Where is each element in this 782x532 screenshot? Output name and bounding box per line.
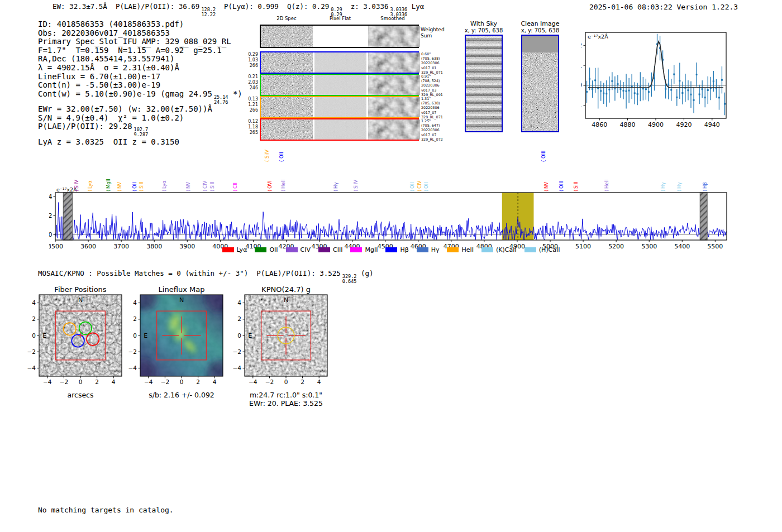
clean-image-coords: x, y: 705, 638	[507, 27, 574, 33]
clean-image-image	[521, 35, 559, 132]
2d-col-header-0: 2D Spec	[261, 16, 312, 21]
svg-text:−2: −2	[233, 348, 241, 355]
smoothed-image	[368, 26, 420, 47]
svg-text:4: 4	[213, 378, 217, 385]
emission-line-label-CIV: ( CIV	[202, 181, 208, 191]
legend-label: (K)CaII	[496, 246, 517, 253]
svg-text:0: 0	[237, 332, 241, 339]
line-fit-plot: −101248604880490049204940e⁻¹⁷x2Å	[581, 27, 748, 132]
emission-line-label-Lyα: ( Lyα	[87, 180, 93, 191]
fiber-positions-caption: arcsecs	[68, 391, 94, 399]
kpno-g-caption-2: EWr: 20. PLAE: 3.525	[249, 399, 323, 408]
svg-text:0: 0	[180, 378, 184, 385]
legend-label: Lyα	[237, 246, 247, 253]
svg-text:2: 2	[301, 378, 304, 385]
svg-text:1: 1	[581, 62, 582, 69]
pixel-flat-image	[314, 52, 366, 73]
emission-line-label-OII: ( OII	[423, 182, 430, 191]
sky-noise-overlay	[466, 36, 502, 131]
footer-note: No matching targets in catalog. Row inte…	[38, 488, 174, 532]
emission-line-label-OIII: ( OIII	[559, 181, 565, 191]
lineflux-map-caption: s/b: 2.16 +/- 0.092	[149, 391, 214, 399]
legend-swatch	[255, 247, 266, 252]
emission-line-label-SiII: ( SiII	[209, 181, 216, 191]
legend-swatch	[222, 247, 234, 252]
info-line-13: LyA z = 3.0325 OII z = 0.3150	[38, 138, 242, 147]
info-line-5: RA,Dec (180.455414,53.557941)	[38, 55, 242, 64]
emission-line-label-OII: ( OII	[409, 182, 416, 191]
svg-text:2: 2	[49, 212, 53, 219]
emission-line-label-OII: { OII	[279, 152, 285, 162]
pixel-flat-image	[314, 75, 366, 95]
svg-text:4: 4	[317, 378, 321, 385]
legend-item-(H)CaII: (H)CaII	[524, 246, 560, 253]
svg-text:e⁻¹⁷x2Å: e⁻¹⁷x2Å	[588, 33, 608, 40]
row-fiber-meta-4: 1.25"(705, 647)20220306v017_07329_RL_072	[421, 119, 443, 142]
row-weight-stats-4: 0.121.18265	[244, 119, 258, 136]
legend-item-(K)CaII: (K)CaII	[481, 246, 517, 253]
svg-text:4940: 4940	[704, 121, 720, 128]
stacked-fraction: 329.20.645	[342, 274, 357, 284]
emission-line-label-Hγ: ( Hγ	[333, 183, 339, 191]
2d-spec-image	[261, 97, 313, 117]
svg-text:−4: −4	[27, 365, 36, 371]
svg-text:−4: −4	[43, 378, 52, 385]
svg-text:E: E	[248, 332, 252, 339]
info-line-9: Cont(w) = 5.10(±0.90)e-19 (gmag 24.9525.…	[38, 90, 242, 105]
report-meta: 2025-01-06 08:03:22 Version 1.22.3	[589, 3, 738, 11]
clean-image-title: Clean Image	[507, 20, 574, 27]
legend-swatch	[318, 247, 330, 252]
timestamp: 2025-01-06 08:03:22	[589, 3, 673, 11]
pixel-flat-image	[314, 26, 366, 47]
svg-text:−2: −2	[27, 348, 36, 355]
footer-line-1: No matching targets in catalog.	[38, 506, 174, 515]
row-weight-stats-3: 0.131.21266	[244, 97, 258, 113]
detection-info-block: ID: 4018586353 (4018586353.pdf)Obs: 2022…	[38, 20, 242, 146]
emission-line-label-Hγ: ( Hγ	[660, 183, 666, 191]
row-fiber-meta-1: 0.60"(705, 638)20220306v017_01329_RL_071	[421, 52, 443, 75]
svg-text:−2: −2	[161, 378, 169, 385]
kpno-g-caption: m:24.7 rc:1.0" s:0.1"	[250, 391, 322, 399]
info-line-4: F=1.7" T=0.159 N=1.1̅5̅ A=0.9̅2̅ g=25.1̅	[38, 46, 242, 55]
svg-text:4920: 4920	[676, 121, 692, 128]
legend-item-CIII: CIII	[318, 246, 342, 253]
spectrum-legend: LyαOIICIVCIIIMgIIHβHγHeII(K)CaII(H)CaII	[0, 246, 782, 253]
emission-line-label-OVI: ( OVI	[267, 180, 273, 191]
svg-text:0: 0	[32, 332, 36, 339]
legend-swatch	[447, 247, 459, 252]
emission-line-label-CII: ( CII	[232, 183, 239, 191]
2d-spec-row-1	[260, 51, 419, 74]
svg-text:−4: −4	[249, 378, 258, 385]
legend-label: CIII	[333, 246, 342, 253]
legend-swatch	[481, 247, 493, 252]
pixel-flat-image	[314, 119, 366, 140]
emission-line-label-CIV: ( CIV	[417, 181, 423, 191]
2d-spec-row-2	[260, 74, 419, 96]
svg-text:0: 0	[133, 332, 137, 339]
svg-text:4: 4	[237, 299, 241, 306]
legend-swatch	[385, 247, 397, 252]
svg-text:E: E	[144, 332, 147, 339]
svg-text:2: 2	[95, 378, 99, 385]
svg-text:N: N	[78, 296, 83, 304]
legend-swatch	[286, 247, 298, 252]
svg-text:0: 0	[581, 82, 582, 89]
kpno-g-title: KPNO(24.7) g	[261, 285, 311, 294]
emission-line-label-HeII: ( HeII	[604, 179, 610, 191]
emission-line-label-NV: ( NV	[543, 182, 550, 191]
svg-text:−1: −1	[581, 102, 582, 109]
svg-text:0: 0	[49, 231, 53, 238]
svg-text:4: 4	[49, 193, 53, 200]
row-weight-stats-1: 0.291.03266	[244, 52, 258, 69]
fiber-positions-plot: NE−4−4−2−2002244	[26, 294, 132, 390]
emission-line-label-NV: ( NV	[185, 182, 192, 191]
svg-text:0: 0	[284, 378, 288, 385]
emission-line-label-Hβ: ( Hβ	[702, 182, 708, 191]
stacked-fraction: 25.1424.76	[214, 95, 228, 105]
info-line-10: EWr = 32.00(±7.50) (w: 32.00(±7.50))Å	[38, 105, 242, 114]
elixer-detection-report: { "header": { "summary": [ {"t":"EW: 32.…	[0, 0, 782, 532]
lineflux-map-plot: NE−4−4−2−2002244	[127, 294, 233, 390]
svg-text:4900: 4900	[648, 121, 664, 128]
emission-line-label-HeII: ( HeII	[280, 179, 287, 191]
emission-line-label-OII: ( OII	[132, 182, 138, 191]
